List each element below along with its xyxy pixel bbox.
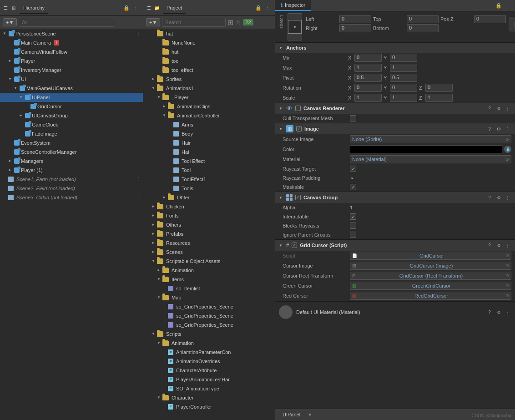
blocks-raycasts-checkbox[interactable] bbox=[350, 223, 356, 229]
project-item-script-playercontroller[interactable]: PlayerController bbox=[143, 402, 275, 411]
scale-x[interactable]: 1 bbox=[354, 94, 382, 102]
project-item-others[interactable]: Others bbox=[143, 220, 275, 229]
green-cursor-val[interactable]: ▥ GreenGridCursor ⊙ bbox=[350, 282, 511, 290]
project-item-so-grid3[interactable]: so_GridProperties_Scene bbox=[143, 320, 275, 329]
grid-cursor-help[interactable]: ? bbox=[486, 242, 493, 249]
right-val[interactable]: 0 bbox=[339, 24, 371, 32]
hierarchy-item-event-system[interactable]: EventSystem bbox=[0, 138, 143, 147]
project-item-animation-clips[interactable]: AnimationClips bbox=[143, 102, 275, 111]
project-item-so-grid2[interactable]: so_GridProperties_Scene bbox=[143, 311, 275, 320]
source-image-val[interactable]: None (Sprite) ⊙ bbox=[350, 135, 511, 143]
project-item-tool-effect-item[interactable]: Tool Effect bbox=[143, 157, 275, 166]
image-help[interactable]: ? bbox=[486, 125, 493, 132]
hierarchy-add-btn[interactable]: +▼ bbox=[3, 18, 17, 26]
project-item-animations1[interactable]: Animations1 bbox=[143, 84, 275, 93]
color-swatch[interactable] bbox=[350, 145, 502, 153]
project-item-sprites[interactable]: Sprites bbox=[143, 75, 275, 84]
hierarchy-item-main-game-ui-canvas[interactable]: MainGameUICanvas bbox=[0, 84, 143, 93]
hierarchy-item-fade-image[interactable]: FadeImage bbox=[0, 129, 143, 138]
canvas-group-enable[interactable]: ✓ bbox=[295, 195, 301, 200]
project-item-tooleffect1[interactable]: ToolEffect1 bbox=[143, 175, 275, 184]
pivot-y-val[interactable]: 0.5 bbox=[390, 74, 417, 82]
canvas-renderer-more[interactable]: ⋮ bbox=[504, 105, 511, 112]
project-item-ohter[interactable]: Ohter bbox=[143, 193, 275, 202]
hierarchy-item-persistence-scene[interactable]: PersistenceScene ⋮ bbox=[0, 29, 143, 38]
project-item-script-playeranimtest[interactable]: PlayerAnimationTestHar bbox=[143, 375, 275, 384]
min-y-val[interactable]: 0 bbox=[390, 54, 417, 62]
material-val[interactable]: None (Material) ⊙ bbox=[350, 155, 511, 163]
project-item-body[interactable]: Body bbox=[143, 129, 275, 138]
project-item-items-soa[interactable]: Items bbox=[143, 275, 275, 284]
item-menu[interactable]: ⋮ bbox=[136, 184, 141, 192]
material-settings[interactable]: ⚙ bbox=[495, 309, 502, 316]
hierarchy-item-scene1-farm[interactable]: Scene1_Farm (not loaded) ⋮ bbox=[0, 175, 143, 184]
hierarchy-item-inventory-manager[interactable]: InventoryManager bbox=[0, 66, 143, 75]
project-item-so-grid1[interactable]: so_GridProperties_Scene bbox=[143, 302, 275, 311]
left-val[interactable]: 0 bbox=[339, 15, 371, 23]
max-y-val[interactable]: 1 bbox=[390, 64, 417, 72]
project-item-script-soanimtype[interactable]: SO_AnimationType bbox=[143, 384, 275, 393]
cull-checkbox[interactable] bbox=[350, 115, 356, 121]
rotation-z[interactable]: 0 bbox=[425, 84, 453, 92]
canvas-group-more[interactable]: ⋮ bbox=[504, 194, 511, 201]
project-item-script-animoverrides[interactable]: AnimationOverrides bbox=[143, 357, 275, 366]
canvas-renderer-enable[interactable] bbox=[295, 106, 301, 111]
image-enable[interactable]: ✓ bbox=[296, 126, 302, 132]
maskable-checkbox[interactable]: ✓ bbox=[350, 184, 356, 190]
project-item-prefabs[interactable]: Prefabs bbox=[143, 229, 275, 238]
image-section-header[interactable]: ▼ ▥ ✓ Image ? ⚙ ⋮ bbox=[275, 123, 515, 134]
project-item-hat2[interactable]: hat bbox=[143, 47, 275, 56]
project-item-hair[interactable]: Hair bbox=[143, 138, 275, 147]
hierarchy-item-scene2-field[interactable]: Scene2_Field (not loaded) ⋮ bbox=[0, 184, 143, 193]
project-add-btn[interactable]: +▼ bbox=[146, 18, 160, 26]
hierarchy-item-grid-cursor[interactable]: GridCursor bbox=[0, 102, 143, 111]
hierarchy-search[interactable] bbox=[19, 18, 114, 27]
project-item-tool-effect[interactable]: tool effect bbox=[143, 66, 275, 75]
project-item-hat3[interactable]: Hat bbox=[143, 147, 275, 157]
project-item-character-scripts[interactable]: Character bbox=[143, 393, 275, 402]
hierarchy-item-ui-panel[interactable]: UIPanel bbox=[0, 93, 143, 102]
project-item-nonenone[interactable]: NoneNone bbox=[143, 38, 275, 47]
item-menu[interactable]: ⋮ bbox=[136, 193, 141, 202]
hierarchy-item-game-clock[interactable]: GameClock bbox=[0, 120, 143, 129]
bottom-tab-label[interactable]: UIPanel bbox=[279, 411, 304, 418]
ignore-parent-checkbox[interactable] bbox=[350, 232, 356, 238]
scale-y[interactable]: 1 bbox=[390, 94, 417, 102]
project-lock-btn[interactable]: 🔒 bbox=[254, 5, 263, 11]
hierarchy-item-camera-virtual-follow[interactable]: CameraVirtualFollow bbox=[0, 47, 143, 56]
project-item-tools[interactable]: Tools bbox=[143, 184, 275, 193]
hierarchy-item-scene3-cabin[interactable]: Scene3_Cabin (not loaded) ⋮ bbox=[0, 193, 143, 202]
project-item-map-soa[interactable]: Map bbox=[143, 293, 275, 302]
hierarchy-item-scene-controller-manager[interactable]: SceneControllerManager bbox=[0, 147, 143, 157]
inspector-more-btn[interactable]: ⋮ bbox=[505, 3, 511, 9]
color-eyedropper[interactable]: 💧 bbox=[504, 146, 511, 153]
grid-cursor-more[interactable]: ⋮ bbox=[504, 242, 511, 249]
min-x-val[interactable]: 0 bbox=[354, 54, 382, 62]
project-item-scripts[interactable]: Scripts bbox=[143, 329, 275, 339]
project-item-resources[interactable]: Resources bbox=[143, 238, 275, 248]
anchors-section-header[interactable]: ▼ Anchors bbox=[275, 43, 515, 53]
project-search[interactable] bbox=[162, 18, 226, 27]
grid-cursor-settings[interactable]: ⚙ bbox=[495, 242, 502, 249]
project-item-script-aniparamcon[interactable]: AniamtionParameterCon bbox=[143, 348, 275, 357]
project-item-scriptable-object-assets[interactable]: Scriptable Object Assets bbox=[143, 257, 275, 266]
hierarchy-item-player-1[interactable]: Player (1) bbox=[0, 166, 143, 175]
material-help[interactable]: ? bbox=[486, 309, 493, 316]
project-item-fonts[interactable]: Fonts bbox=[143, 211, 275, 220]
project-item-so-itemlist[interactable]: so_Itemlist bbox=[143, 284, 275, 293]
hierarchy-item-managers[interactable]: Managers bbox=[0, 157, 143, 166]
grid-cursor-script-header[interactable]: ▼ # ✓ Grid Cursor (Script) ? ⚙ ⋮ bbox=[275, 240, 515, 251]
script-val[interactable]: 📄 GridCursor ⊙ bbox=[350, 252, 511, 260]
project-item-tool[interactable]: tool bbox=[143, 56, 275, 66]
canvas-group-header[interactable]: ▼ ✓ Canvas Group ? ⚙ ⋮ bbox=[275, 192, 515, 203]
hierarchy-item-main-camera[interactable]: Main Camera ! bbox=[0, 38, 143, 47]
project-item-animation-soa[interactable]: Animation bbox=[143, 266, 275, 275]
project-item-hat-folder[interactable]: hat bbox=[143, 29, 275, 38]
rotation-y[interactable]: 0 bbox=[390, 84, 417, 92]
project-item-scenes[interactable]: Scenes bbox=[143, 248, 275, 257]
canvas-group-help[interactable]: ? bbox=[486, 194, 493, 201]
project-item-arms[interactable]: Arms bbox=[143, 120, 275, 129]
grid-cursor-enable[interactable]: ✓ bbox=[292, 243, 297, 248]
top-val[interactable]: 0 bbox=[407, 15, 439, 23]
inspector-lock-btn[interactable]: 🔒 bbox=[495, 3, 503, 9]
